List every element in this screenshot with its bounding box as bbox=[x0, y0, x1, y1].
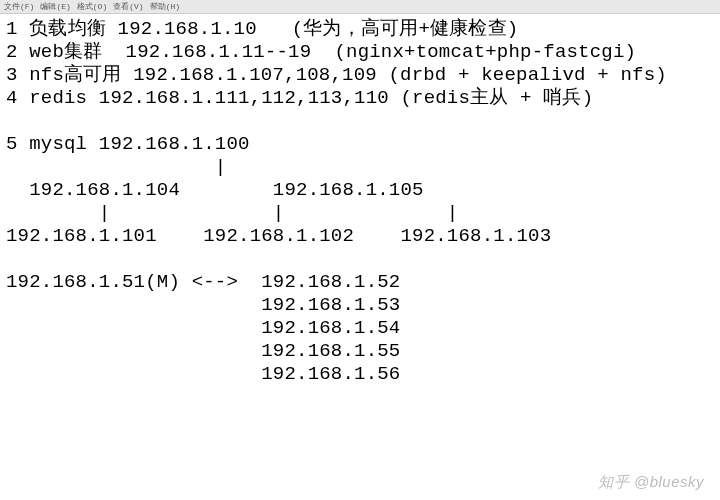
menu-file[interactable]: 文件(F) bbox=[4, 1, 34, 12]
line-12: 192.168.1.51(M) <--> 192.168.1.52 bbox=[6, 271, 400, 293]
line-13: 192.168.1.53 bbox=[6, 294, 400, 316]
text-editor-content[interactable]: 1 负载均衡 192.168.1.10 (华为，高可用+健康检查) 2 web集… bbox=[0, 14, 720, 390]
menu-format[interactable]: 格式(O) bbox=[77, 1, 107, 12]
menu-edit[interactable]: 编辑(E) bbox=[40, 1, 70, 12]
line-14: 192.168.1.54 bbox=[6, 317, 400, 339]
line-7: | bbox=[6, 156, 226, 178]
line-4: 4 redis 192.168.1.111,112,113,110 (redis… bbox=[6, 87, 593, 109]
line-1: 1 负载均衡 192.168.1.10 (华为，高可用+健康检查) bbox=[6, 18, 518, 40]
line-6: 5 mysql 192.168.1.100 bbox=[6, 133, 250, 155]
line-10: 192.168.1.101 192.168.1.102 192.168.1.10… bbox=[6, 225, 551, 247]
menu-view[interactable]: 查看(V) bbox=[113, 1, 143, 12]
line-3: 3 nfs高可用 192.168.1.107,108,109 (drbd + k… bbox=[6, 64, 667, 86]
watermark: 知乎 @bluesky bbox=[598, 473, 704, 492]
line-16: 192.168.1.56 bbox=[6, 363, 400, 385]
line-2: 2 web集群 192.168.1.11--19 (nginx+tomcat+p… bbox=[6, 41, 636, 63]
line-9: | | | bbox=[6, 202, 458, 224]
menu-help[interactable]: 帮助(H) bbox=[150, 1, 180, 12]
menubar: 文件(F) 编辑(E) 格式(O) 查看(V) 帮助(H) bbox=[0, 0, 720, 14]
line-15: 192.168.1.55 bbox=[6, 340, 400, 362]
line-8: 192.168.1.104 192.168.1.105 bbox=[6, 179, 424, 201]
